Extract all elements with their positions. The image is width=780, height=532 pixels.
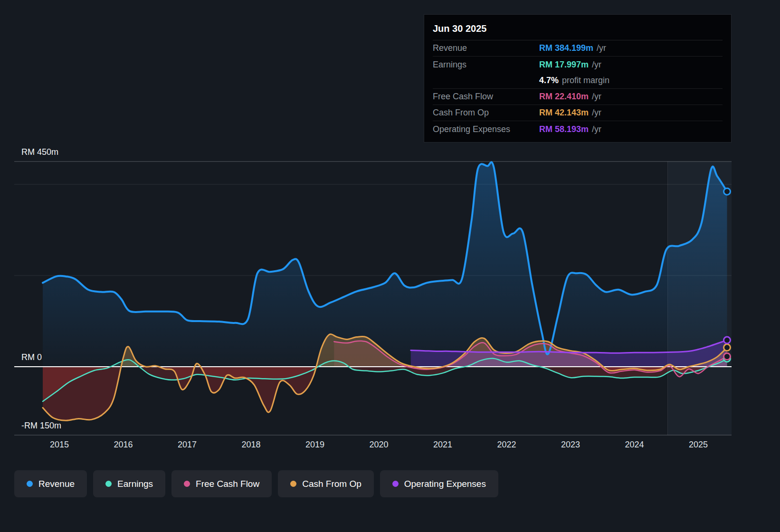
tooltip-value: RM 42.143m xyxy=(539,108,589,118)
tooltip-label: Cash From Op xyxy=(433,108,539,118)
legend-label: Earnings xyxy=(117,479,153,489)
chart-area[interactable]: RM 450mRM 0-RM 150m 20152016201720182019… xyxy=(0,152,780,466)
tooltip-row-operating-expenses: Operating ExpensesRM 58.193m/yr xyxy=(433,121,723,137)
legend: RevenueEarningsFree Cash FlowCash From O… xyxy=(14,470,498,497)
legend-item-earnings[interactable]: Earnings xyxy=(93,470,165,497)
legend-item-free-cash-flow[interactable]: Free Cash Flow xyxy=(171,470,272,497)
revenue-area xyxy=(43,162,727,367)
y-axis-label--150: -RM 150m xyxy=(21,421,61,431)
earnings-dot-icon xyxy=(105,481,112,487)
free-cash-flow-dot-icon xyxy=(184,481,190,487)
x-axis-label-2018: 2018 xyxy=(241,440,260,450)
tooltip-value: RM 384.199m xyxy=(539,43,593,53)
legend-item-cash-from-op[interactable]: Cash From Op xyxy=(278,470,374,497)
cash-from-op-dot-icon xyxy=(290,481,296,487)
tooltip-suffix: profit margin xyxy=(562,76,609,86)
x-axis-label-2022: 2022 xyxy=(497,440,516,450)
legend-label: Cash From Op xyxy=(302,479,361,489)
tooltip-value: RM 22.410m xyxy=(539,92,589,102)
operating-expenses-dot-icon xyxy=(392,481,399,487)
legend-label: Revenue xyxy=(38,479,75,489)
tooltip-suffix: /yr xyxy=(592,108,601,118)
x-axis-label-2025: 2025 xyxy=(689,440,708,450)
free-cash-flow-endpoint-marker[interactable] xyxy=(724,353,731,360)
revenue-endpoint-marker[interactable] xyxy=(724,188,731,195)
x-axis-label-2023: 2023 xyxy=(561,440,580,450)
operating-expenses-endpoint-marker[interactable] xyxy=(724,337,731,343)
tooltip-row-profit-margin: 4.7%profit margin xyxy=(433,73,723,89)
tooltip-suffix: /yr xyxy=(597,43,606,53)
legend-label: Free Cash Flow xyxy=(196,479,259,489)
tooltip-row-revenue: RevenueRM 384.199m/yr xyxy=(433,40,723,57)
tooltip-row-earnings: EarningsRM 17.997m/yr xyxy=(433,57,723,73)
tooltip-suffix: /yr xyxy=(592,92,601,102)
tooltip-rows: RevenueRM 384.199m/yrEarningsRM 17.997m/… xyxy=(433,40,723,137)
legend-label: Operating Expenses xyxy=(404,479,486,489)
tooltip-date: Jun 30 2025 xyxy=(433,20,723,40)
x-axis-label-2017: 2017 xyxy=(178,440,197,450)
tooltip-row-free-cash-flow: Free Cash FlowRM 22.410m/yr xyxy=(433,89,723,105)
x-axis-label-2015: 2015 xyxy=(50,440,69,450)
y-axis-label-0: RM 0 xyxy=(21,352,42,362)
tooltip-label: Operating Expenses xyxy=(433,124,539,134)
tooltip-label: Revenue xyxy=(433,43,539,53)
x-axis-label-2024: 2024 xyxy=(625,440,644,450)
tooltip-suffix: /yr xyxy=(592,60,601,70)
revenue-dot-icon xyxy=(27,481,33,487)
tooltip-suffix: /yr xyxy=(592,124,601,134)
tooltip-label: Free Cash Flow xyxy=(433,92,539,102)
tooltip-value: RM 58.193m xyxy=(539,124,589,134)
x-axis-label-2016: 2016 xyxy=(114,440,133,450)
chart-tooltip: Jun 30 2025 RevenueRM 384.199m/yrEarning… xyxy=(424,14,732,142)
tooltip-row-cash-from-op: Cash From OpRM 42.143m/yr xyxy=(433,105,723,121)
x-axis-label-2020: 2020 xyxy=(369,440,388,450)
tooltip-value: 4.7% xyxy=(539,76,559,86)
tooltip-value: RM 17.997m xyxy=(539,60,589,70)
cash-from-op-endpoint-marker[interactable] xyxy=(724,344,731,351)
tooltip-label: Earnings xyxy=(433,60,539,70)
financial-history-chart[interactable] xyxy=(0,152,780,461)
legend-item-revenue[interactable]: Revenue xyxy=(14,470,87,497)
x-axis-label-2021: 2021 xyxy=(433,440,452,450)
y-axis-label-450: RM 450m xyxy=(21,147,58,157)
legend-item-operating-expenses[interactable]: Operating Expenses xyxy=(380,470,498,497)
x-axis-label-2019: 2019 xyxy=(305,440,324,450)
